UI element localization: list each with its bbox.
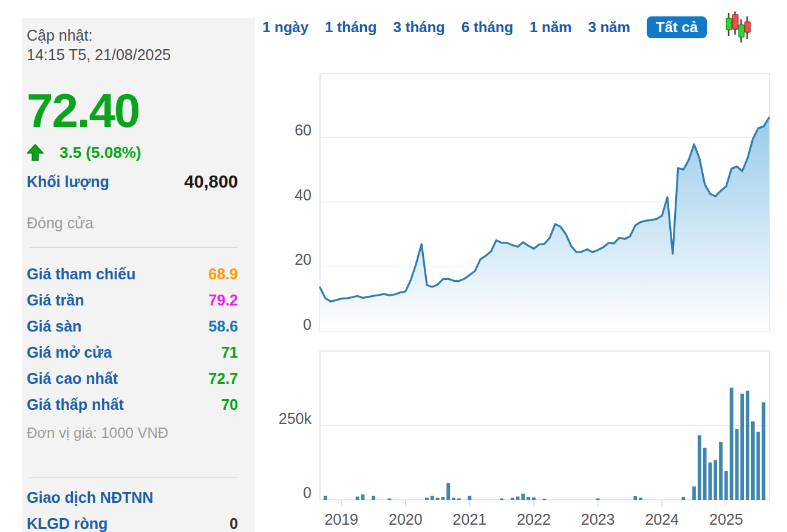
svg-text:2020: 2020 [389,511,423,528]
svg-text:2025: 2025 [709,511,743,528]
stock-quote-page: Cập nhật: 14:15 T5, 21/08/2025 72.40 3.5… [0,0,787,532]
svg-text:2022: 2022 [517,511,551,528]
svg-text:0: 0 [303,316,312,333]
svg-text:0: 0 [303,484,312,501]
svg-text:250k: 250k [279,410,312,427]
price-volume-chart[interactable]: 02040600250k2019202020212022202320242025 [0,0,787,532]
svg-text:2021: 2021 [453,511,487,528]
svg-text:2023: 2023 [581,511,615,528]
svg-text:40: 40 [295,186,312,203]
svg-text:60: 60 [295,121,312,138]
svg-text:2024: 2024 [645,511,679,528]
svg-text:2019: 2019 [324,511,358,528]
svg-text:20: 20 [295,251,312,268]
